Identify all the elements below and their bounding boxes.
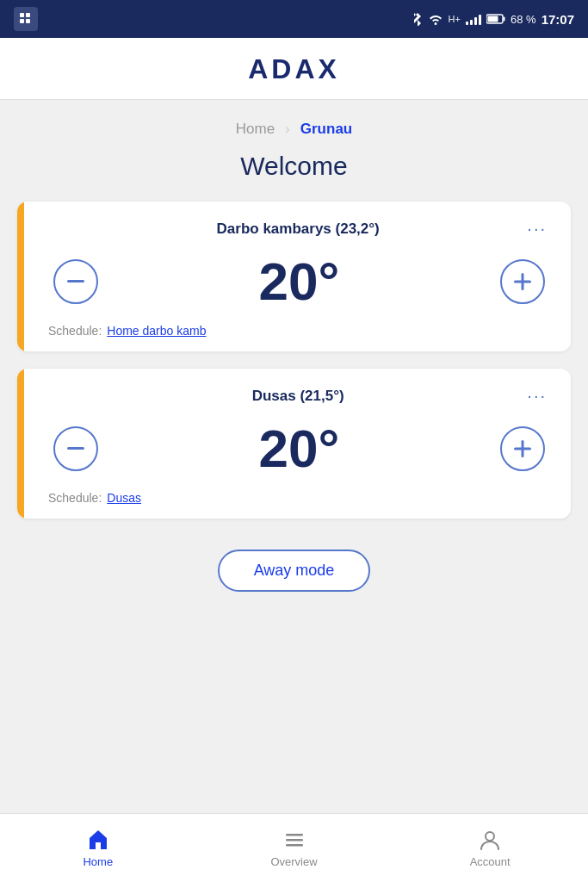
home-icon bbox=[86, 828, 110, 852]
app-logo: ADAX bbox=[248, 53, 340, 85]
svg-rect-15 bbox=[286, 844, 303, 847]
breadcrumb-current[interactable]: Grunau bbox=[300, 121, 352, 138]
status-bar-left bbox=[14, 7, 38, 31]
overview-icon bbox=[282, 828, 306, 852]
svg-rect-5 bbox=[503, 17, 504, 22]
app-header: ADAX bbox=[0, 38, 588, 100]
status-bar-right: H+ 68 % 17:07 bbox=[412, 12, 574, 27]
decrease-temp-btn-1[interactable] bbox=[53, 426, 98, 471]
svg-rect-0 bbox=[20, 13, 24, 17]
room-card-0: Darbo kambarys (23,2°) ··· 20° Schedule:… bbox=[17, 202, 571, 351]
away-mode-button[interactable]: Away mode bbox=[218, 550, 371, 592]
room-card-header-0: Darbo kambarys (23,2°) ··· bbox=[45, 215, 554, 242]
nav-item-home[interactable]: Home bbox=[0, 814, 196, 882]
nav-label-home: Home bbox=[83, 855, 113, 868]
room-menu-btn-0[interactable]: ··· bbox=[520, 215, 554, 242]
wifi-icon bbox=[428, 13, 443, 25]
breadcrumb-separator: › bbox=[285, 121, 290, 138]
svg-rect-2 bbox=[20, 19, 24, 23]
nav-item-overview[interactable]: Overview bbox=[196, 814, 393, 882]
svg-rect-14 bbox=[286, 839, 303, 842]
room-controls-1: 20° bbox=[45, 418, 554, 479]
room-temp-0: 20° bbox=[259, 251, 340, 312]
battery-icon bbox=[486, 14, 505, 24]
increase-temp-btn-0[interactable] bbox=[500, 259, 545, 304]
battery-level: 68 % bbox=[511, 13, 536, 26]
room-controls-0: 20° bbox=[45, 251, 554, 312]
svg-rect-9 bbox=[521, 273, 523, 290]
clock: 17:07 bbox=[542, 12, 574, 27]
signal-bars bbox=[466, 13, 481, 25]
away-mode-container: Away mode bbox=[0, 536, 588, 612]
svg-rect-12 bbox=[521, 440, 523, 457]
svg-point-16 bbox=[486, 832, 494, 841]
welcome-title: Welcome bbox=[0, 152, 588, 181]
room-schedule-1: Schedule: Dusas bbox=[45, 491, 554, 505]
increase-temp-btn-1[interactable] bbox=[500, 426, 545, 471]
carrier-badge: H+ bbox=[449, 14, 461, 24]
svg-rect-3 bbox=[26, 19, 30, 23]
svg-rect-13 bbox=[286, 834, 303, 836]
bottom-nav: Home Overview Account bbox=[0, 813, 588, 882]
breadcrumb: Home › Grunau bbox=[0, 100, 588, 152]
room-name-0: Darbo kambarys (23,2°) bbox=[76, 220, 520, 238]
room-menu-btn-1[interactable]: ··· bbox=[520, 382, 554, 409]
nav-item-account[interactable]: Account bbox=[392, 814, 588, 882]
blackberry-icon bbox=[14, 7, 38, 31]
room-card-1: Dusas (21,5°) ··· 20° Schedule: Dusas bbox=[17, 369, 571, 519]
room-schedule-0: Schedule: Home darbo kamb bbox=[45, 324, 554, 338]
room-name-1: Dusas (21,5°) bbox=[76, 388, 520, 405]
bluetooth-icon bbox=[412, 12, 423, 26]
svg-rect-10 bbox=[67, 447, 84, 450]
schedule-link-0[interactable]: Home darbo kamb bbox=[107, 324, 206, 338]
svg-rect-7 bbox=[67, 280, 84, 283]
schedule-label-0: Schedule: bbox=[48, 324, 102, 338]
schedule-link-1[interactable]: Dusas bbox=[107, 491, 141, 505]
account-icon bbox=[478, 828, 502, 852]
room-temp-1: 20° bbox=[259, 418, 340, 479]
nav-label-overview: Overview bbox=[270, 855, 317, 868]
nav-label-account: Account bbox=[470, 855, 511, 868]
schedule-label-1: Schedule: bbox=[48, 491, 102, 505]
main-content: Home › Grunau Welcome Darbo kambarys (23… bbox=[0, 100, 588, 882]
svg-rect-1 bbox=[26, 13, 30, 17]
room-card-header-1: Dusas (21,5°) ··· bbox=[45, 382, 554, 409]
status-bar: H+ 68 % 17:07 bbox=[0, 0, 588, 38]
decrease-temp-btn-0[interactable] bbox=[53, 259, 98, 304]
svg-rect-6 bbox=[487, 16, 498, 22]
breadcrumb-home[interactable]: Home bbox=[236, 121, 275, 138]
